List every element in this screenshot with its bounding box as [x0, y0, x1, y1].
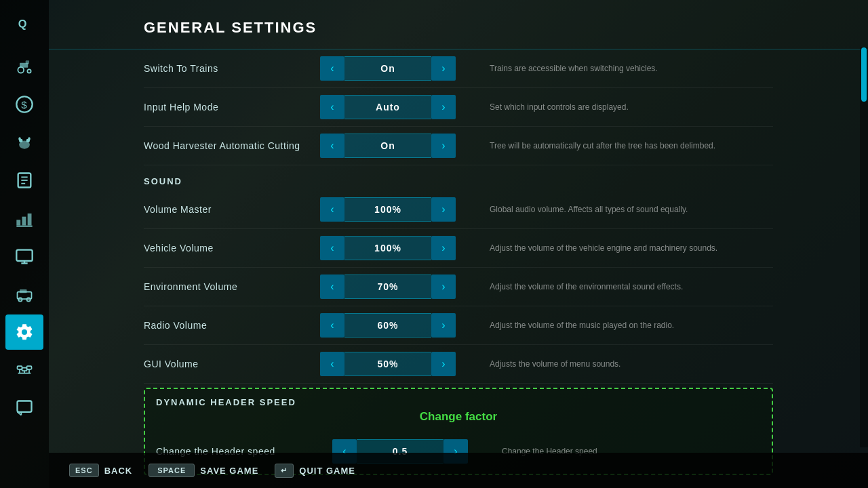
sidebar-item-help[interactable]: [5, 390, 43, 426]
back-label: BACK: [104, 466, 133, 476]
radio-volume-next-button[interactable]: ›: [431, 313, 456, 338]
setting-row-vehicle-volume: Vehicle Volume ‹ 100% › Adjust the volum…: [144, 229, 773, 268]
svg-rect-24: [20, 289, 27, 293]
dynamic-header-title: DYNAMIC HEADER SPEED: [156, 397, 761, 407]
radio-volume-prev-button[interactable]: ‹: [320, 313, 344, 338]
save-label: SAVE GAME: [200, 466, 258, 476]
setting-label-vehicle-volume: Vehicle Volume: [144, 243, 320, 253]
svg-point-1: [18, 67, 24, 73]
setting-desc-vehicle-volume: Adjust the volume of the vehicle engine …: [456, 243, 773, 254]
sidebar-item-economy[interactable]: $: [5, 87, 43, 122]
setting-desc-radio-volume: Adjust the volume of the music played on…: [456, 320, 773, 331]
setting-desc-switch-to-trains: Trains are accessible when switching veh…: [456, 63, 773, 75]
setting-control-volume-master: ‹ 100% ›: [320, 197, 456, 222]
setting-row-switch-to-trains: Switch To Trains ‹ On › Trains are acces…: [144, 49, 773, 88]
sidebar-item-contracts[interactable]: [5, 163, 43, 198]
sidebar-item-q[interactable]: Q: [5, 5, 43, 41]
save-key-badge: SPACE: [149, 464, 195, 477]
wood-harvester-prev-button[interactable]: ‹: [320, 134, 344, 158]
setting-control-radio-volume: ‹ 60% ›: [320, 313, 456, 338]
setting-label-environment-volume: Environment Volume: [144, 281, 320, 292]
sidebar-item-vehicles[interactable]: [5, 277, 43, 312]
svg-rect-36: [18, 401, 32, 412]
wood-harvester-value: On: [344, 134, 431, 158]
gui-volume-value: 50%: [344, 352, 431, 376]
environment-volume-next-button[interactable]: ›: [431, 274, 456, 299]
setting-control-wood-harvester: ‹ On ›: [320, 134, 456, 158]
switch-to-trains-prev-button[interactable]: ‹: [320, 56, 344, 81]
setting-row-radio-volume: Radio Volume ‹ 60% › Adjust the volume o…: [144, 306, 773, 345]
svg-rect-4: [26, 60, 29, 64]
setting-desc-volume-master: Global audio volume. Affects all types o…: [456, 204, 773, 216]
svg-rect-29: [22, 368, 27, 371]
quit-label: QUIT GAME: [299, 466, 355, 476]
setting-control-environment-volume: ‹ 70% ›: [320, 274, 456, 299]
svg-rect-20: [16, 250, 32, 261]
sidebar-item-animals[interactable]: [5, 125, 43, 160]
vehicle-volume-next-button[interactable]: ›: [431, 236, 456, 260]
svg-point-10: [18, 137, 21, 140]
switch-to-trains-value: On: [344, 56, 431, 81]
sidebar: Q $: [0, 0, 49, 488]
svg-rect-18: [28, 214, 32, 226]
content-area[interactable]: Switch To Trains ‹ On › Trains are acces…: [49, 49, 868, 488]
input-help-mode-next-button[interactable]: ›: [431, 95, 456, 119]
page-title: GENERAL SETTINGS: [49, 0, 868, 49]
setting-label-radio-volume: Radio Volume: [144, 320, 320, 331]
setting-control-input-help-mode: ‹ Auto ›: [320, 95, 456, 119]
setting-label-wood-harvester: Wood Harvester Automatic Cutting: [144, 140, 320, 151]
setting-control-switch-to-trains: ‹ On ›: [320, 56, 456, 81]
setting-control-gui-volume: ‹ 50% ›: [320, 352, 456, 376]
scrollbar-track[interactable]: [860, 47, 868, 447]
vehicle-volume-prev-button[interactable]: ‹: [320, 236, 344, 260]
volume-master-value: 100%: [344, 197, 431, 222]
back-key-badge: ESC: [69, 464, 99, 477]
setting-row-environment-volume: Environment Volume ‹ 70% › Adjust the vo…: [144, 268, 773, 306]
svg-rect-16: [16, 220, 20, 225]
gui-volume-next-button[interactable]: ›: [431, 352, 456, 376]
volume-master-next-button[interactable]: ›: [431, 197, 456, 222]
setting-row-volume-master: Volume Master ‹ 100% › Global audio volu…: [144, 190, 773, 229]
environment-volume-prev-button[interactable]: ‹: [320, 274, 344, 299]
setting-control-vehicle-volume: ‹ 100% ›: [320, 236, 456, 260]
svg-point-2: [27, 69, 31, 73]
setting-row-gui-volume: GUI Volume ‹ 50% › Adjusts the volume of…: [144, 345, 773, 384]
dynamic-header-subtitle: Change factor: [156, 410, 761, 424]
svg-rect-17: [22, 217, 26, 226]
svg-text:$: $: [21, 99, 27, 110]
vehicle-volume-value: 100%: [344, 236, 431, 260]
setting-desc-environment-volume: Adjust the volume of the environmental s…: [456, 281, 773, 293]
radio-volume-value: 60%: [344, 313, 431, 338]
sidebar-item-settings[interactable]: [5, 314, 43, 350]
svg-text:Q: Q: [18, 18, 27, 30]
sidebar-item-tractor[interactable]: [5, 49, 43, 84]
switch-to-trains-next-button[interactable]: ›: [431, 56, 456, 81]
sound-section-header: SOUND: [144, 165, 773, 190]
back-button[interactable]: ESC BACK: [69, 464, 132, 477]
sidebar-item-production[interactable]: [5, 201, 43, 236]
quit-key-badge: ↵: [275, 464, 294, 478]
setting-desc-wood-harvester: Tree will be automatically cut after the…: [456, 140, 773, 152]
environment-volume-value: 70%: [344, 274, 431, 299]
save-game-button[interactable]: SPACE SAVE GAME: [149, 464, 258, 477]
scrollbar-thumb[interactable]: [861, 47, 867, 102]
setting-label-switch-to-trains: Switch To Trains: [144, 63, 320, 74]
setting-label-gui-volume: GUI Volume: [144, 359, 320, 369]
setting-label-volume-master: Volume Master: [144, 204, 320, 215]
setting-row-input-help-mode: Input Help Mode ‹ Auto › Set which input…: [144, 88, 773, 127]
setting-label-input-help-mode: Input Help Mode: [144, 102, 320, 113]
bottom-bar: ESC BACK SPACE SAVE GAME ↵ QUIT GAME: [49, 453, 868, 488]
wood-harvester-next-button[interactable]: ›: [431, 134, 456, 158]
sidebar-item-monitor[interactable]: [5, 239, 43, 274]
setting-desc-input-help-mode: Set which input controls are displayed.: [456, 102, 773, 113]
volume-master-prev-button[interactable]: ‹: [320, 197, 344, 222]
setting-row-wood-harvester: Wood Harvester Automatic Cutting ‹ On › …: [144, 127, 773, 165]
main-content: GENERAL SETTINGS Switch To Trains ‹ On ›…: [49, 0, 868, 488]
quit-game-button[interactable]: ↵ QUIT GAME: [275, 464, 355, 478]
setting-desc-gui-volume: Adjusts the volume of menu sounds.: [456, 359, 773, 370]
svg-point-11: [28, 137, 31, 140]
input-help-mode-value: Auto: [344, 95, 431, 119]
input-help-mode-prev-button[interactable]: ‹: [320, 95, 344, 119]
sidebar-item-multiplayer[interactable]: [5, 352, 43, 388]
gui-volume-prev-button[interactable]: ‹: [320, 352, 344, 376]
